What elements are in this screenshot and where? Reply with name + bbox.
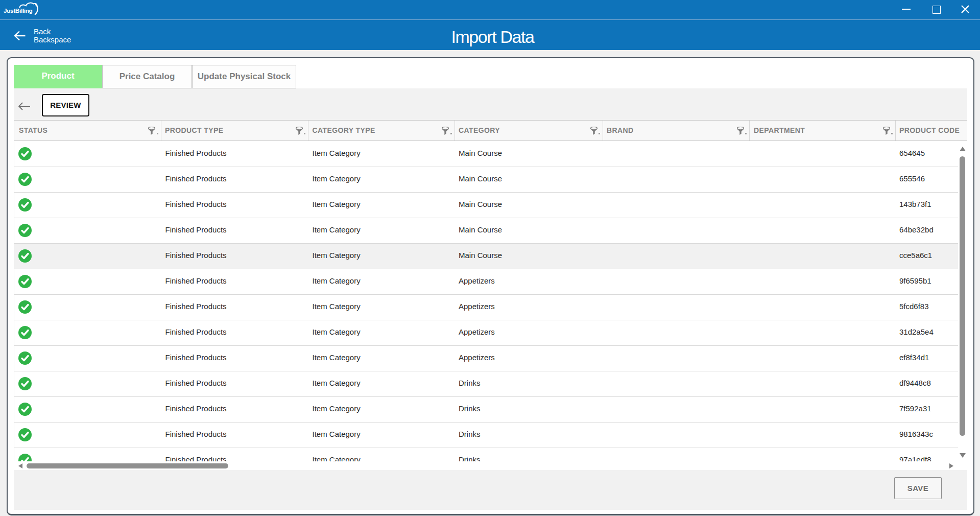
svg-text:JustBilling: JustBilling — [4, 7, 33, 14]
